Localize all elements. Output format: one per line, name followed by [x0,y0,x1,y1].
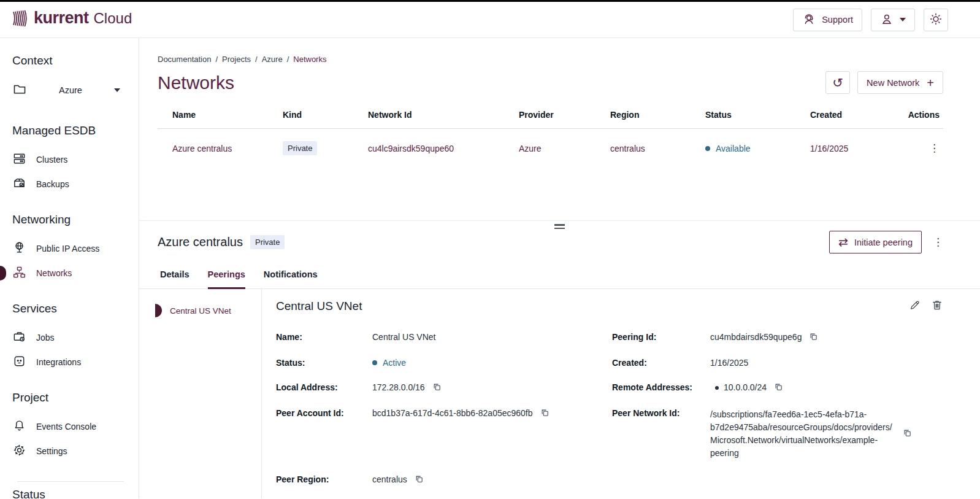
cell-provider: Azure [519,144,610,153]
refresh-button[interactable]: ↺ [825,71,850,94]
peering-list: Central US VNet [139,289,262,498]
peering-list-item-label: Central US VNet [170,306,231,315]
field-value-peer-network-id: /subscriptions/fa7eed6a-1ec5-4efa-b71a-b… [710,408,895,460]
table-row[interactable]: Azure centralus Private cu4lc9airsdk59qu… [158,129,943,155]
breadcrumb-separator: / [255,55,258,64]
topbar: kurrent Cloud Support [0,2,980,38]
table-header-row: Name Kind Network Id Provider Region Sta… [158,110,943,129]
copy-icon[interactable] [415,474,424,485]
row-kebab-menu-icon[interactable]: ⋮ [929,143,940,153]
network-detail-pane: Azure centralus Private ⇄ Initiate peeri… [139,222,980,498]
breadcrumb-azure[interactable]: Azure [262,55,283,64]
field-value-local-address: 172.28.0.0/16 [372,382,425,392]
gear-icon [12,443,26,459]
initiate-peering-button[interactable]: ⇄ Initiate peering [829,231,922,253]
tab-details[interactable]: Details [160,269,189,289]
context-selected-value: Azure [27,85,114,95]
page-title: Networks [158,72,234,93]
sidebar-item-label: Settings [36,446,67,456]
context-selector[interactable]: Azure [12,81,124,99]
field-label-local-address: Local Address: [276,382,372,407]
briefcase-clock-icon [12,330,26,346]
copy-icon[interactable] [540,408,549,419]
refresh-icon: ↺ [832,76,843,89]
field-value-remote-addresses: 10.0.0.0/24 [710,382,767,392]
cell-region: centralus [610,144,705,153]
peering-title: Central US VNet [276,300,362,313]
field-value-name: Central US VNet [372,332,435,342]
tab-notifications[interactable]: Notifications [264,269,318,289]
column-header-created: Created [810,110,898,120]
sidebar-item-public-ip-access[interactable]: Public IP Access [12,240,139,257]
sidebar-item-settings[interactable]: Settings [12,443,139,459]
sidebar-item-label: Public IP Access [36,244,99,253]
sidebar-item-label: Jobs [36,333,55,342]
backup-box-icon [12,176,26,192]
cell-created: 1/16/2025 [810,144,898,153]
column-header-actions: Actions [898,110,943,120]
detail-title: Azure centralus [158,235,243,249]
sidebar-item-label: Backups [36,179,69,189]
field-label-peer-network-id: Peer Network Id: [612,408,710,433]
peering-list-item[interactable]: Central US VNet [139,304,261,317]
field-value-created: 1/16/2025 [710,358,748,368]
breadcrumb: Documentation/Projects/Azure/Networks [158,55,943,64]
copy-icon[interactable] [809,332,818,343]
breadcrumb-projects[interactable]: Projects [222,55,251,64]
edit-pencil-icon[interactable] [909,299,921,314]
sidebar-item-jobs[interactable]: Jobs [12,329,139,346]
field-value-peer-account-id: bcd1b37a-617d-4c61-8bb6-82a05ec960fb [372,408,533,418]
initiate-peering-label: Initiate peering [854,238,913,247]
column-header-network-id: Network Id [368,110,519,120]
globe-icon [12,241,26,257]
detail-tabs: Details Peerings Notifications [139,269,980,289]
detail-kebab-menu-icon[interactable]: ⋮ [933,237,943,247]
field-value-peer-region: centralus [372,474,407,484]
main-content: Documentation/Projects/Azure/Networks Ne… [139,38,980,498]
breadcrumb-networks: Networks [293,55,326,64]
column-header-name: Name [172,110,283,120]
sidebar-item-events-console[interactable]: Events Console [12,418,139,435]
kind-badge: Private [283,141,317,155]
tab-peerings[interactable]: Peerings [208,269,245,289]
user-menu-button[interactable] [871,9,915,31]
sidebar-item-integrations[interactable]: Integrations [12,354,139,370]
plus-icon: + [927,77,934,89]
app-window: kurrent Cloud Support [0,0,980,499]
sun-icon [929,12,943,28]
sidebar-section-status: Status [12,488,124,498]
field-label-peer-account-id: Peer Account Id: [276,408,372,433]
bell-icon [12,419,26,435]
field-label-created: Created: [612,358,710,382]
delete-trash-icon[interactable] [931,299,943,314]
sidebar-item-networks[interactable]: Networks [12,265,139,281]
copy-icon[interactable] [903,428,912,439]
sidebar-item-clusters[interactable]: Clusters [12,151,139,168]
selected-peering-marker [155,304,162,317]
sidebar-section-managed-esdb: Managed ESDB [12,124,139,137]
support-button[interactable]: Support [793,9,862,31]
brand-suffix: Cloud [94,10,132,27]
copy-icon[interactable] [774,382,783,393]
breadcrumb-documentation[interactable]: Documentation [158,55,211,64]
sidebar-section-networking: Networking [12,213,139,226]
user-icon [880,12,894,28]
peering-fields: Name: Central US VNet Peering Id: cu4mbd… [276,332,943,498]
clusters-icon [12,152,26,168]
detail-header: Azure centralus Private ⇄ Initiate peeri… [139,231,980,253]
sidebar-item-backups[interactable]: Backups [12,176,139,192]
sidebar-section-project: Project [12,391,139,404]
breadcrumb-separator: / [215,55,218,64]
field-value-peering-id: cu4mbdairsdk59qupe6g [710,332,802,342]
swap-arrows-icon: ⇄ [838,236,848,248]
column-header-provider: Provider [519,110,610,120]
sidebar-item-label: Networks [36,268,72,278]
chevron-down-icon [114,88,120,92]
sidebar-item-label: Clusters [36,155,67,164]
network-icon [12,265,26,281]
copy-icon[interactable] [432,382,442,393]
theme-toggle-button[interactable] [924,9,948,31]
new-network-button[interactable]: New Network + [857,71,943,94]
cell-name[interactable]: Azure centralus [172,144,283,153]
field-label-peering-id: Peering Id: [612,332,710,357]
